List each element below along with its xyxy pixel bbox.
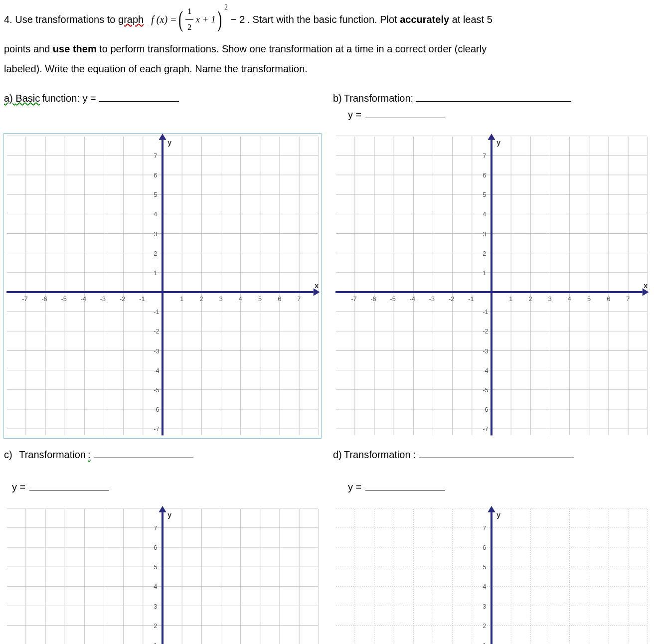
svg-text:-7: -7: [351, 295, 356, 303]
svg-text:3: 3: [483, 230, 486, 238]
svg-text:4: 4: [154, 583, 157, 590]
row-ab-graphs: -7-6-5-4-3-2-11234567-7-6-5-4-3-2-112345…: [4, 134, 650, 438]
equation-lhs: f (x) =: [151, 10, 176, 28]
svg-text:2: 2: [529, 295, 532, 303]
svg-text:-3: -3: [100, 295, 106, 303]
svg-text:-2: -2: [483, 328, 488, 335]
svg-text:-3: -3: [429, 295, 435, 303]
blank-d-y: [365, 480, 445, 490]
svg-text:7: 7: [483, 524, 486, 532]
svg-text:-6: -6: [483, 406, 488, 413]
svg-marker-166: [159, 506, 166, 512]
svg-marker-101: [488, 134, 495, 140]
blank-c: [94, 447, 193, 458]
svg-text:-3: -3: [483, 347, 488, 355]
svg-text:7: 7: [626, 295, 630, 303]
part-c-label: c) Transformation :: [4, 447, 321, 461]
svg-text:1: 1: [154, 269, 157, 277]
svg-text:-4: -4: [154, 367, 159, 374]
blank-a: [99, 91, 179, 102]
svg-text:-5: -5: [483, 386, 488, 394]
graph-a: -7-6-5-4-3-2-11234567-7-6-5-4-3-2-112345…: [4, 134, 321, 438]
svg-text:-4: -4: [81, 295, 86, 303]
svg-text:5: 5: [154, 563, 157, 571]
part-d-text: Transformation :: [344, 449, 416, 461]
svg-text:7: 7: [154, 524, 157, 532]
fraction-den: 2: [185, 20, 194, 35]
svg-text:-2: -2: [120, 295, 125, 303]
instr-line2b: to perform transformations. Show one tra…: [99, 43, 487, 54]
svg-text:y: y: [167, 139, 171, 147]
svg-text:2: 2: [483, 622, 486, 629]
svg-text:5: 5: [154, 191, 157, 198]
svg-text:2: 2: [154, 622, 157, 629]
row-cd-graphs: -7-6-5-4-3-2-11234567-5-4-3-2-11234567xy…: [4, 506, 650, 644]
equation: f (x) = ( 1 2 x + 1 ) 2 − 2: [151, 4, 245, 35]
part-a-rest: function: y =: [42, 93, 96, 104]
fraction-num: 1: [185, 4, 194, 20]
svg-text:-7: -7: [22, 295, 27, 303]
svg-text:7: 7: [297, 295, 301, 303]
svg-text:3: 3: [548, 295, 552, 303]
instr-accurately: accurately: [400, 10, 449, 28]
part-d-letter: d): [333, 449, 342, 461]
instr-graph-word: graph: [118, 10, 144, 28]
instr-post-eq: . Start with the basic function. Plot: [247, 10, 397, 28]
svg-text:-5: -5: [390, 295, 396, 303]
svg-text:-3: -3: [154, 347, 159, 355]
svg-text:3: 3: [483, 602, 486, 610]
svg-text:-6: -6: [154, 406, 159, 413]
svg-text:6: 6: [483, 171, 486, 179]
svg-text:-2: -2: [154, 328, 159, 335]
svg-text:-2: -2: [449, 295, 454, 303]
svg-text:-1: -1: [483, 308, 488, 316]
left-paren-icon: (: [178, 9, 183, 29]
part-b-label: b) Transformation:: [333, 91, 650, 104]
exponent: 2: [224, 1, 228, 13]
part-a-label: a) Basic function: y =: [4, 91, 321, 104]
svg-text:1: 1: [154, 642, 157, 644]
svg-text:-4: -4: [483, 367, 488, 374]
instr-pre: Use transformations to: [15, 10, 115, 28]
row-cd-labels: c) Transformation : y = d) Transformatio…: [4, 447, 650, 497]
svg-text:4: 4: [483, 583, 486, 590]
part-c-text: Transformation: [19, 449, 86, 461]
graph-b: -7-6-5-4-3-2-11234567-7-6-5-4-3-2-112345…: [333, 134, 650, 438]
svg-marker-35: [159, 134, 166, 140]
part-c-letter: c): [4, 449, 12, 461]
svg-text:4: 4: [154, 211, 157, 218]
svg-text:1: 1: [483, 642, 486, 644]
part-c-yeq: y =: [12, 480, 321, 493]
x-term: x + 1: [195, 11, 215, 28]
part-b-letter: b): [333, 93, 342, 104]
svg-text:4: 4: [483, 211, 486, 218]
part-c-colon: :: [88, 449, 91, 461]
svg-text:-1: -1: [468, 295, 474, 303]
svg-text:-4: -4: [410, 295, 415, 303]
problem-number: 4.: [4, 10, 12, 28]
instr-use-them: use them: [53, 43, 97, 54]
svg-text:6: 6: [154, 171, 157, 179]
svg-text:1: 1: [180, 295, 183, 303]
blank-b-y: [365, 107, 445, 118]
svg-text:4: 4: [568, 295, 571, 303]
svg-text:-7: -7: [154, 425, 159, 433]
svg-text:y: y: [167, 511, 171, 519]
svg-text:-1: -1: [139, 295, 145, 303]
svg-text:-6: -6: [41, 295, 47, 303]
svg-text:1: 1: [483, 269, 486, 277]
svg-text:5: 5: [258, 295, 262, 303]
graph-c: -7-6-5-4-3-2-11234567-5-4-3-2-11234567xy: [4, 506, 321, 644]
part-a-letter: a) Basic: [4, 93, 40, 104]
svg-text:1: 1: [509, 295, 512, 303]
svg-text:-7: -7: [483, 425, 488, 433]
svg-text:2: 2: [154, 250, 157, 257]
svg-text:-5: -5: [154, 386, 159, 394]
part-d-label: d) Transformation :: [333, 447, 650, 461]
svg-text:6: 6: [483, 544, 486, 551]
instr-line3: labeled). Write the equation of each gra…: [4, 63, 308, 74]
svg-text:x: x: [315, 282, 319, 290]
blank-b: [416, 91, 571, 102]
svg-text:4: 4: [239, 295, 242, 303]
blank-d: [419, 447, 574, 458]
